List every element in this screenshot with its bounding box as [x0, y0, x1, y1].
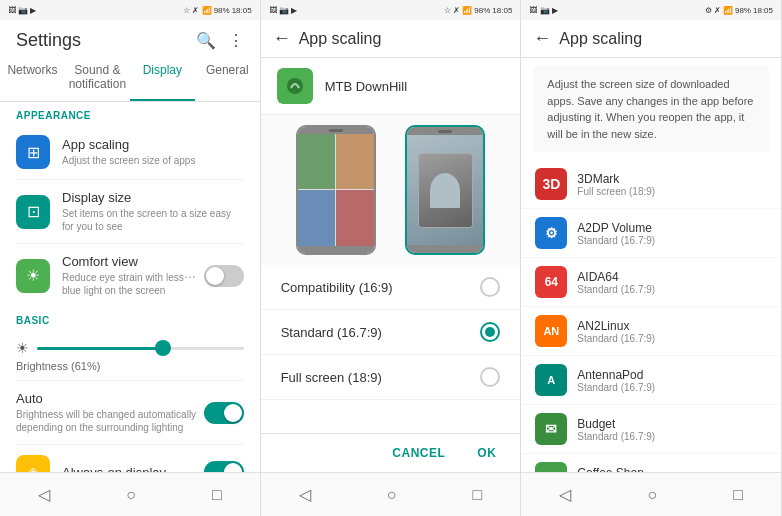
home-nav-2[interactable]: ○ — [371, 482, 413, 508]
bottom-nav-1: ◁ ○ □ — [0, 472, 260, 516]
always-on-text: Always-on display — [62, 465, 184, 473]
display-size-item[interactable]: ⊡ Display size Set items on the screen t… — [0, 180, 260, 243]
list-item[interactable]: CS Coffee Shop Standard (16.7:9) — [521, 454, 781, 472]
app-icon-budget: ✉ — [535, 413, 567, 445]
basic-label: BASIC — [0, 307, 260, 330]
comfort-view-icon: ☀ — [16, 259, 50, 293]
list-item[interactable]: AN AN2Linux Standard (16.7:9) — [521, 307, 781, 356]
recents-nav-2[interactable]: □ — [457, 482, 499, 508]
app-icon-label-a2dp: ⚙ — [545, 225, 558, 241]
comfort-view-title: Comfort view — [62, 254, 184, 269]
phone-mockup-2 — [405, 125, 485, 255]
tab-networks[interactable]: Networks — [0, 55, 65, 101]
display-size-icon: ⊡ — [16, 195, 50, 229]
auto-brightness-item[interactable]: Auto Brightness will be changed automati… — [0, 381, 260, 444]
standard-radio[interactable] — [480, 322, 500, 342]
tab-display[interactable]: Display — [130, 55, 195, 101]
display-size-desc: Set items on the screen to a size easy f… — [62, 207, 244, 233]
app-icon-an2linux: AN — [535, 315, 567, 347]
app-text-an2linux: AN2Linux Standard (16.7:9) — [577, 319, 767, 344]
home-nav-1[interactable]: ○ — [110, 482, 152, 508]
comfort-view-item[interactable]: ☀ Comfort view Reduce eye strain with le… — [0, 244, 260, 307]
standard-option[interactable]: Standard (16.7:9) — [261, 310, 521, 355]
list-item[interactable]: ✉ Budget Standard (16.7:9) — [521, 405, 781, 454]
home-nav-3[interactable]: ○ — [632, 482, 674, 508]
auto-brightness-toggle-knob — [224, 404, 242, 422]
back-nav-2[interactable]: ◁ — [283, 481, 327, 508]
app-sub-budget: Standard (16.7:9) — [577, 431, 767, 442]
app-scaling-title: App scaling — [62, 137, 244, 152]
status-bar-2: 🖼 📷 ▶ ☆ ✗ 📶 98% 18:05 — [261, 0, 521, 20]
app-sub-aida64: Standard (16.7:9) — [577, 284, 767, 295]
brightness-icon: ☀ — [16, 340, 29, 356]
back-nav-1[interactable]: ◁ — [22, 481, 66, 508]
status-icons-left-3: 🖼 📷 ▶ — [529, 6, 557, 15]
display-size-title: Display size — [62, 190, 244, 205]
list-item[interactable]: ⚙ A2DP Volume Standard (16.7:9) — [521, 209, 781, 258]
status-bar-1: 🖼 📷 ▶ ☆ ✗ 📶 98% 18:05 — [0, 0, 260, 20]
list-item[interactable]: 64 AIDA64 Standard (16.7:9) — [521, 258, 781, 307]
standard-radio-inner — [485, 327, 495, 337]
always-on-more-icon[interactable]: ··· — [184, 464, 196, 472]
fullscreen-label: Full screen (18:9) — [281, 370, 382, 385]
app-name-antennapod: AntennaPod — [577, 368, 767, 382]
recents-nav-3[interactable]: □ — [717, 482, 759, 508]
signal-icon-2: ☆ ✗ 📶 — [444, 6, 472, 15]
app-icon-coffeeshop: CS — [535, 462, 567, 472]
display-size-text: Display size Set items on the screen to … — [62, 190, 244, 233]
status-bar-3: 🖼 📷 ▶ ⚙ ✗ 📶 98% 18:05 — [521, 0, 781, 20]
ok-button[interactable]: OK — [469, 442, 504, 464]
comfort-view-toggle[interactable] — [204, 265, 244, 287]
always-on-display-item[interactable]: ◈ Always-on display ··· — [0, 445, 260, 472]
app-sub-a2dp: Standard (16.7:9) — [577, 235, 767, 246]
auto-brightness-text: Auto Brightness will be changed automati… — [16, 391, 204, 434]
app-name-aida64: AIDA64 — [577, 270, 767, 284]
comfort-more-icon[interactable]: ··· — [184, 268, 196, 284]
app-icon-label-3dmark: 3D — [542, 176, 560, 192]
app-icon-antennapod: A — [535, 364, 567, 396]
status-icons-right-3: ⚙ ✗ 📶 98% 18:05 — [705, 6, 773, 15]
app-name-3dmark: 3DMark — [577, 172, 767, 186]
settings-header-icons: 🔍 ⋮ — [196, 31, 244, 50]
list-item[interactable]: A AntennaPod Standard (16.7:9) — [521, 356, 781, 405]
compatibility-option[interactable]: Compatibility (16:9) — [261, 265, 521, 310]
app-icon-3dmark: 3D — [535, 168, 567, 200]
tab-general[interactable]: General — [195, 55, 260, 101]
fullscreen-option[interactable]: Full screen (18:9) — [261, 355, 521, 400]
notification-icons-1: 🖼 📷 ▶ — [8, 6, 36, 15]
recents-nav-1[interactable]: □ — [196, 482, 238, 508]
slider-thumb[interactable] — [155, 340, 171, 356]
status-icons-left-2: 🖼 📷 ▶ — [269, 6, 297, 15]
brightness-slider[interactable] — [37, 338, 244, 358]
always-on-icon-symbol: ◈ — [27, 463, 39, 473]
more-icon[interactable]: ⋮ — [228, 31, 244, 50]
app-name-a2dp: A2DP Volume — [577, 221, 767, 235]
app-scaling-header: ← App scaling — [261, 20, 521, 58]
back-button-2[interactable]: ← — [273, 28, 291, 49]
back-button-3[interactable]: ← — [533, 28, 551, 49]
mtb-app-name: MTB DownHill — [325, 79, 407, 94]
app-list-scroll[interactable]: 3D 3DMark Full screen (18:9) ⚙ A2DP Volu… — [521, 160, 781, 472]
tab-sound[interactable]: Sound & notification — [65, 55, 130, 101]
display-size-icon-symbol: ⊡ — [27, 202, 40, 221]
app-text-antennapod: AntennaPod Standard (16.7:9) — [577, 368, 767, 393]
always-on-icon: ◈ — [16, 455, 50, 472]
bottom-nav-3: ◁ ○ □ — [521, 472, 781, 516]
fullscreen-radio[interactable] — [480, 367, 500, 387]
info-text: Adjust the screen size of downloaded app… — [547, 78, 753, 140]
time-2: 18:05 — [492, 6, 512, 15]
always-on-toggle[interactable] — [204, 461, 244, 472]
status-icons-left-1: 🖼 📷 ▶ — [8, 6, 36, 15]
app-scaling-item[interactable]: ⊞ App scaling Adjust the screen size of … — [0, 125, 260, 179]
app-scaling-icon: ⊞ — [16, 135, 50, 169]
comfort-view-toggle-knob — [206, 267, 224, 285]
back-nav-3[interactable]: ◁ — [543, 481, 587, 508]
compatibility-radio[interactable] — [480, 277, 500, 297]
appearance-label: APPEARANCE — [0, 102, 260, 125]
cancel-button[interactable]: CANCEL — [384, 442, 453, 464]
list-item[interactable]: 3D 3DMark Full screen (18:9) — [521, 160, 781, 209]
search-icon[interactable]: 🔍 — [196, 31, 216, 50]
compatibility-label: Compatibility (16:9) — [281, 280, 393, 295]
auto-brightness-toggle[interactable] — [204, 402, 244, 424]
info-box: Adjust the screen size of downloaded app… — [533, 66, 769, 152]
